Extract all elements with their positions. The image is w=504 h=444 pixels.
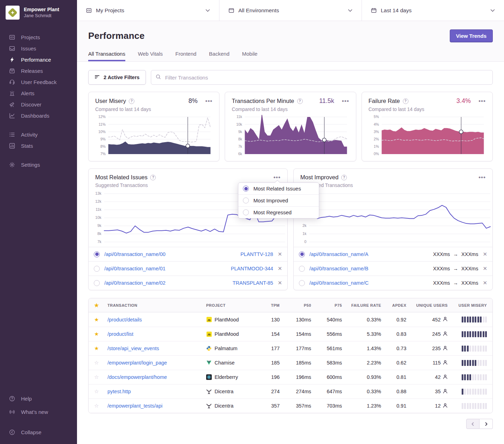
star-icon-filled[interactable]: ★ [94,331,107,337]
tab-all-transactions[interactable]: All Transactions [88,51,125,61]
list-item[interactable]: /api/0/transaction_name/00 PLANTTV-128✕ [89,247,287,261]
column-header[interactable]: User Misery [448,303,487,307]
menu-item-most-regressed[interactable]: Most Regressed [238,206,319,218]
next-page-button[interactable] [479,419,493,429]
close-icon[interactable]: ✕ [276,280,282,286]
sidebar-item-issues[interactable]: Issues [0,43,77,54]
table-row[interactable]: ☆/empowerplant/login_pageChamise185185ms… [89,355,492,370]
column-header[interactable]: Transaction [107,303,206,307]
table-row[interactable]: ★/product/listJSPlantMood154154ms556ms5.… [89,327,492,341]
menu-item-most-improved[interactable]: Most Improved [238,194,319,206]
star-icon-outline[interactable]: ☆ [94,374,107,380]
star-icon[interactable]: ★ [94,302,107,308]
close-icon[interactable]: ✕ [481,251,487,257]
environment-selector[interactable]: All Environments [219,0,362,21]
list-item[interactable]: /api/0/transaction_name/C XXXms→XXXms✕ [294,276,492,290]
date-range-selector[interactable]: Last 14 days [362,0,504,21]
column-header[interactable]: Apdex [381,303,406,307]
radio-unselected[interactable] [299,280,305,286]
close-icon[interactable]: ✕ [276,251,282,257]
radio-selected[interactable] [299,251,305,257]
column-header[interactable]: TPM [259,303,280,307]
column-header[interactable]: P50 [280,303,311,307]
transaction-link[interactable]: /product/list [107,331,133,337]
transaction-link[interactable]: /store/api_view_events [107,346,159,351]
tab-web-vitals[interactable]: Web Vitals [138,51,163,61]
help-icon[interactable]: ? [150,175,156,180]
radio-unselected[interactable] [94,266,100,272]
card-menu-button[interactable]: ••• [478,176,486,179]
card-menu-button[interactable]: ••• [478,99,486,103]
tab-frontend[interactable]: Frontend [175,51,196,61]
star-icon-filled[interactable]: ★ [94,345,107,352]
transaction-link[interactable]: /empowerplant_tests/api [107,403,162,409]
tab-mobile[interactable]: Mobile [242,51,257,61]
column-header[interactable]: Project [206,303,259,307]
transaction-link[interactable]: /empowerplant/login_page [107,360,167,366]
svg-text:11%: 11% [99,123,106,126]
active-filters-button[interactable]: 2 Active Filters [88,70,146,85]
list-item[interactable]: /api/0/transaction_name/B XXXms→XXXms✕ [294,261,492,276]
sidebar-item-user-feedback[interactable]: User Feedback [0,76,77,88]
previous-page-button[interactable] [466,419,479,429]
help-icon[interactable]: ? [297,98,303,104]
sidebar-item-dashboards[interactable]: Dashboards [0,110,77,121]
sidebar-item-alerts[interactable]: Alerts [0,88,77,99]
column-header[interactable]: P75 [311,303,342,307]
column-header[interactable]: Unique Users [406,303,448,307]
transaction-link[interactable]: /product/details [107,317,142,322]
radio-unselected[interactable] [299,266,305,272]
card-menu-button[interactable]: ••• [273,176,281,179]
table-row[interactable]: ★/product/detailsJSPlantMood130130ms540m… [89,312,492,327]
transaction-link[interactable]: /api/0/transaction_name/B [309,266,368,271]
star-icon-outline[interactable]: ☆ [94,403,107,409]
column-header[interactable]: Failure Rate [342,303,381,307]
sidebar-item-settings[interactable]: Settings [0,159,77,170]
table-row[interactable]: ☆/empowerplant_tests/apiDicentra357357ms… [89,398,492,413]
transaction-link[interactable]: /api/0/transaction_name/00 [104,251,166,257]
list-item[interactable]: /api/0/transaction_name/01 PLANTMOOD-344… [89,261,287,276]
transaction-link[interactable]: pytest.http [107,389,131,394]
transaction-link[interactable]: /api/0/transaction_name/C [309,280,369,286]
sidebar-item-discover[interactable]: Discover [0,99,77,110]
transaction-link[interactable]: /api/0/transaction_name/02 [104,280,166,286]
radio-unselected[interactable] [94,280,100,286]
card-menu-button[interactable]: ••• [342,99,349,103]
list-item[interactable]: /api/0/transaction_name/02 TRANSPLANT-85… [89,276,287,290]
close-icon[interactable]: ✕ [276,265,282,272]
sidebar-item-performance[interactable]: Performance [0,54,77,65]
close-icon[interactable]: ✕ [481,280,487,286]
tab-backend[interactable]: Backend [209,51,229,61]
help-icon[interactable]: ? [403,98,408,104]
sidebar-item-whats-new[interactable]: What’s new [0,406,77,417]
sidebar-item-releases[interactable]: Releases [0,65,77,76]
issue-tag[interactable]: PLANTTV-128 [240,251,273,257]
project-selector[interactable]: My Projects [77,0,219,21]
table-row[interactable]: ☆pytest.httpDicentra274274ms647ms0.33%0.… [89,384,492,398]
org-switcher[interactable]: Empower Plant Jane Schmidt [0,6,77,20]
star-icon-outline[interactable]: ☆ [94,360,107,366]
transaction-link[interactable]: /docs/empowerplant/home [107,374,167,380]
radio-selected[interactable] [94,251,100,257]
sidebar-item-help[interactable]: Help [0,393,77,404]
transaction-link[interactable]: /api/0/transaction_name/01 [104,266,166,271]
search-input[interactable] [164,74,488,81]
table-row[interactable]: ☆/docs/empowerplant/homeElderberry196196… [89,370,492,384]
issue-tag[interactable]: TRANSPLANT-85 [232,280,273,286]
transaction-link[interactable]: /api/0/transaction_name/A [309,251,368,257]
table-row[interactable]: ★/store/api_view_eventsPalmatum177177ms5… [89,341,492,355]
sidebar-collapse-button[interactable]: Collapse [0,426,77,438]
sidebar-item-activity[interactable]: Activity [0,129,77,140]
card-menu-button[interactable]: ••• [205,99,212,103]
help-icon[interactable]: ? [341,175,347,180]
issue-tag[interactable]: PLANTMOOD-344 [231,266,273,271]
list-item[interactable]: /api/0/transaction_name/A XXXms→XXXms✕ [294,247,492,261]
star-icon-outline[interactable]: ☆ [94,388,107,395]
star-icon-filled[interactable]: ★ [94,317,107,323]
menu-item-most-related-issues[interactable]: Most Related Issues [238,183,319,194]
close-icon[interactable]: ✕ [481,265,487,272]
help-icon[interactable]: ? [129,98,134,104]
sidebar-item-projects[interactable]: Projects [0,32,77,43]
view-trends-button[interactable]: View Trends [450,29,493,42]
sidebar-item-stats[interactable]: Stats [0,140,77,151]
